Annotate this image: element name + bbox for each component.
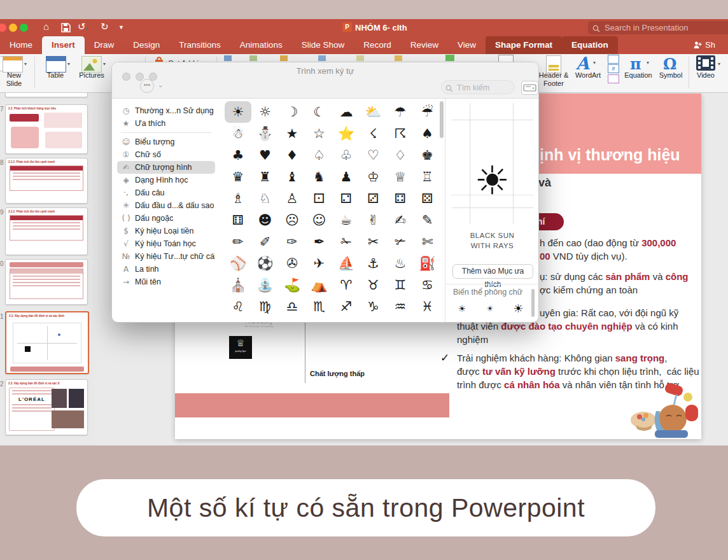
home-icon[interactable]: ⌂ [43, 21, 49, 32]
symbol-cell[interactable]: ♕ [387, 166, 414, 188]
quick-access-menu-icon[interactable]: ▼ [118, 24, 124, 31]
category-item[interactable]: ◈Dạng Hình học [117, 174, 215, 186]
symbol-cell[interactable]: ♦ [279, 144, 305, 166]
symbol-cell[interactable]: ✍ [387, 209, 414, 231]
symbol-cell[interactable]: ♖ [414, 166, 441, 188]
date-time-icon[interactable] [608, 55, 619, 64]
tab-record[interactable]: Record [354, 36, 401, 54]
symbol-cell[interactable]: ♡ [360, 144, 387, 166]
symbol-cell[interactable]: ♠ [414, 123, 441, 144]
symbol-cell[interactable]: ♍ [252, 296, 279, 318]
thumbnail-slide-selected[interactable]: 2.3. Xây dựng bản đồ định vị và xác định [5, 311, 89, 374]
symbol-icon[interactable]: Ω [663, 55, 676, 73]
symbol-cell[interactable]: ⚂ [360, 188, 387, 209]
tab-review[interactable]: Review [401, 36, 448, 54]
symbol-cell[interactable]: ♎ [279, 296, 305, 318]
symbol-cell[interactable]: ♗ [225, 188, 251, 209]
zoom-window-button[interactable] [20, 24, 28, 32]
thumbnail-slide[interactable]: 2.2. Phân tích khách hàng mục tiêu [5, 104, 88, 154]
symbol-cell[interactable]: ☇ [360, 123, 387, 144]
save-icon[interactable] [61, 23, 71, 35]
symbol-cell[interactable]: ⚀ [306, 188, 333, 209]
symbol-cell[interactable]: ♣ [225, 144, 251, 166]
thumbnail-slide[interactable]: 2.2.2. Phân tích đối thủ cạnh tranh [5, 158, 88, 204]
pictures-icon[interactable] [81, 56, 102, 73]
new-slide-label[interactable]: New Slide [0, 71, 28, 88]
tab-home[interactable]: Home [0, 36, 42, 54]
symbol-cell[interactable]: ✐ [252, 231, 279, 253]
new-slide-caret[interactable]: ▾ [24, 61, 27, 67]
table-label[interactable]: Table [38, 71, 73, 80]
symbol-cell[interactable]: ☃ [225, 123, 251, 144]
symbol-cell[interactable]: ⛳ [279, 274, 305, 296]
input-source-button[interactable]: × [521, 81, 538, 95]
table-caret[interactable]: ▾ [67, 61, 70, 67]
grid-scrollbar[interactable] [440, 101, 444, 138]
new-slide-icon[interactable] [3, 56, 23, 73]
symbol-cell-selected[interactable]: ☀ [225, 101, 251, 123]
symbol-cell[interactable]: ✏ [225, 231, 251, 253]
video-caret[interactable]: ▾ [718, 61, 720, 67]
tab-design[interactable]: Design [123, 36, 169, 54]
object-icon[interactable] [608, 74, 619, 83]
category-item[interactable]: ★Ưa thích [117, 117, 215, 130]
symbol-cell[interactable]: ☾ [306, 101, 333, 123]
symbol-cell[interactable]: ⚅ [225, 209, 251, 231]
table-icon[interactable] [46, 56, 66, 73]
chart-icon[interactable] [280, 55, 288, 61]
star-icon[interactable] [395, 55, 402, 61]
category-item[interactable]: √Ký hiệu Toán học [117, 237, 215, 250]
font-variant-cell[interactable]: ☀ [477, 321, 503, 323]
category-item[interactable]: ·,Dấu câu [117, 186, 215, 199]
wordart-icon[interactable]: A [576, 53, 589, 73]
symbol-cell[interactable]: ✈ [306, 253, 333, 274]
symbol-cell[interactable]: ☔ [414, 101, 441, 123]
symbol-cell[interactable]: ✒ [306, 231, 333, 253]
symbol-cell[interactable]: ♏ [306, 296, 333, 318]
symbol-cell[interactable]: ☂ [387, 101, 414, 123]
symbol-cell[interactable]: ✑ [279, 231, 305, 253]
symbol-cell[interactable]: ♤ [306, 144, 333, 166]
symbol-cell[interactable]: ♋ [414, 274, 441, 296]
equation-label[interactable]: Equation [620, 71, 656, 80]
symbol-cell[interactable]: ♜ [252, 166, 279, 188]
symbol-cell[interactable]: ♙ [279, 188, 305, 209]
symbol-cell[interactable]: ☆ [306, 123, 333, 144]
symbol-cell[interactable]: ♚ [414, 144, 441, 166]
category-item[interactable]: ( )Dấu ngoặc [117, 212, 215, 225]
symbol-cell[interactable]: ⚁ [333, 188, 360, 209]
category-item[interactable]: ✳Dấu đầu d...& dấu sao [117, 199, 215, 212]
symbol-cell[interactable]: ♐ [333, 296, 360, 318]
pictures-label[interactable]: Pictures [74, 71, 109, 80]
symbol-cell[interactable]: ⛵ [333, 253, 360, 274]
symbol-cell[interactable]: ♝ [279, 166, 305, 188]
video-icon[interactable] [696, 55, 715, 71]
chevron-down-icon[interactable]: ⌄ [158, 81, 163, 88]
category-item[interactable]: ◷Thường x...n Sử dụng [117, 104, 215, 117]
category-item[interactable]: ①Chữ số [117, 148, 215, 161]
symbol-cell[interactable]: ☻ [252, 209, 279, 231]
more-options-icon[interactable]: ••• [140, 79, 154, 93]
symbol-cell[interactable]: ⚃ [387, 188, 414, 209]
search-in-presentation-input[interactable]: Search in Presentation [588, 21, 728, 34]
symbol-cell[interactable]: ♥ [252, 144, 279, 166]
symbol-cell[interactable]: ☈ [387, 123, 414, 144]
equation-icon[interactable]: π [630, 55, 641, 73]
symbol-cell[interactable]: ✂ [360, 231, 387, 253]
symbol-cell[interactable]: ⛄ [252, 123, 279, 144]
symbol-cell[interactable]: ✄ [414, 231, 441, 253]
symbol-label[interactable]: Symbol [654, 71, 687, 80]
symbol-cell[interactable]: ☹ [279, 209, 305, 231]
thumbnail-slide[interactable] [5, 259, 88, 305]
minimize-window-button[interactable] [9, 24, 17, 32]
tab-equation[interactable]: Equation [562, 36, 618, 54]
symbol-cell[interactable]: ⚄ [414, 188, 441, 209]
symbol-cell[interactable]: ⚓ [360, 253, 387, 274]
symbol-cell[interactable]: ♞ [306, 166, 333, 188]
equation-caret[interactable]: ▾ [647, 60, 649, 66]
symbol-cell[interactable]: ⚽ [252, 253, 279, 274]
undo-icon[interactable]: ↺▾ [78, 21, 88, 32]
symbol-cell[interactable]: ♑ [360, 296, 387, 318]
tab-insert[interactable]: Insert [42, 36, 85, 54]
symbol-cell[interactable]: ☽ [279, 101, 305, 123]
